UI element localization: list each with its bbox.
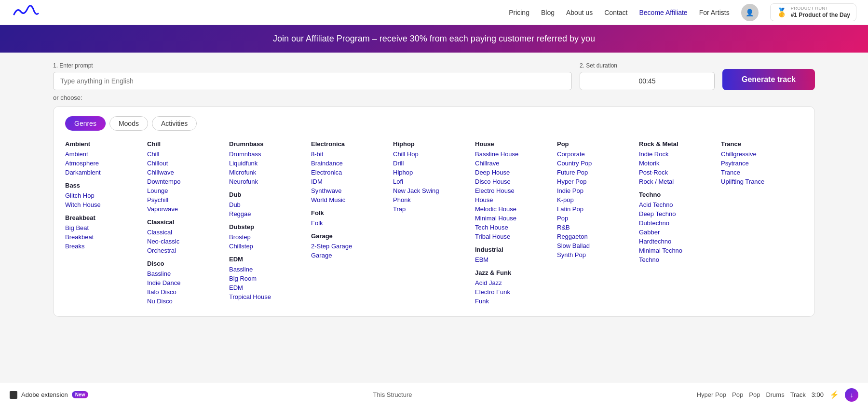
genre-edm-bassline[interactable]: Bassline: [229, 266, 303, 273]
genre-electronica[interactable]: Electronica: [311, 169, 385, 176]
genre-synthwave[interactable]: Synthwave: [311, 187, 385, 194]
genre-chillwave[interactable]: Chillwave: [147, 169, 221, 176]
genre-lofi[interactable]: Lofi: [393, 178, 467, 185]
product-hunt-badge[interactable]: 🥇 PRODUCT HUNT #1 Product of the Day: [770, 3, 856, 21]
genre-hiphop[interactable]: Hiphop: [393, 169, 467, 176]
nav-affiliate[interactable]: Become Affiliate: [639, 9, 687, 16]
genre-tribal-house[interactable]: Tribal House: [475, 233, 549, 240]
genre-liquidfunk[interactable]: Liquidfunk: [229, 160, 303, 167]
genre-glitch-hop[interactable]: Glitch Hop: [65, 192, 139, 199]
genre-chillgressive[interactable]: Chillgressive: [721, 150, 795, 158]
genre-tech-house[interactable]: Tech House: [475, 224, 549, 231]
genre-8bit[interactable]: 8-bit: [311, 150, 385, 158]
genre-rock-metal[interactable]: Rock / Metal: [639, 178, 713, 185]
genre-electro-funk[interactable]: Electro Funk: [475, 288, 549, 296]
genre-breaks[interactable]: Breaks: [65, 243, 139, 250]
genre-neurofunk[interactable]: Neurofunk: [229, 178, 303, 185]
genre-corporate[interactable]: Corporate: [557, 150, 631, 158]
genre-uplifting-trance[interactable]: Uplifting Trance: [721, 178, 795, 185]
nav-for-artists[interactable]: For Artists: [699, 9, 730, 16]
genre-acid-techno[interactable]: Acid Techno: [639, 201, 713, 208]
genre-psychill[interactable]: Psychill: [147, 196, 221, 204]
genre-dubtechno[interactable]: Dubtechno: [639, 219, 713, 227]
genre-electro-house[interactable]: Electro House: [475, 187, 549, 194]
genre-neo-classic[interactable]: Neo-classic: [147, 238, 221, 245]
genre-atmosphere[interactable]: Atmosphere: [65, 160, 139, 167]
avatar[interactable]: 👤: [741, 4, 759, 21]
genre-new-jack-swing[interactable]: New Jack Swing: [393, 187, 467, 194]
genre-orchestral[interactable]: Orchestral: [147, 247, 221, 254]
genre-nu-disco[interactable]: Nu Disco: [147, 298, 221, 305]
genre-2step[interactable]: 2-Step Garage: [311, 243, 385, 250]
genre-bassline[interactable]: Bassline: [147, 270, 221, 277]
genre-dub[interactable]: Dub: [229, 201, 303, 208]
generate-button[interactable]: Generate track: [722, 69, 815, 90]
genre-braindance[interactable]: Braindance: [311, 160, 385, 167]
genre-tropical-house[interactable]: Tropical House: [229, 293, 303, 300]
genre-italo-disco[interactable]: Italo Disco: [147, 288, 221, 296]
genre-hyper-pop[interactable]: Hyper Pop: [557, 178, 631, 185]
tab-activities[interactable]: Activities: [152, 116, 197, 131]
genre-garage[interactable]: Garage: [311, 252, 385, 259]
genre-funk[interactable]: Funk: [475, 298, 549, 305]
genre-slow-ballad[interactable]: Slow Ballad: [557, 242, 631, 249]
genre-bassline-house[interactable]: Bassline House: [475, 150, 549, 158]
genre-disco-house[interactable]: Disco House: [475, 178, 549, 185]
genre-vaporwave[interactable]: Vaporwave: [147, 205, 221, 213]
tab-moods[interactable]: Moods: [109, 116, 148, 131]
genre-minimal-techno[interactable]: Minimal Techno: [639, 247, 713, 254]
genre-indie-dance[interactable]: Indie Dance: [147, 279, 221, 286]
genre-chillrave[interactable]: Chillrave: [475, 160, 549, 167]
genre-ambient[interactable]: Ambient: [65, 150, 139, 158]
genre-deep-house[interactable]: Deep House: [475, 169, 549, 176]
genre-brostep[interactable]: Brostep: [229, 233, 303, 241]
genre-house[interactable]: House: [475, 196, 549, 204]
genre-melodic-house[interactable]: Melodic House: [475, 205, 549, 213]
logo[interactable]: [12, 5, 41, 20]
genre-rnb[interactable]: R&B: [557, 224, 631, 231]
genre-big-beat[interactable]: Big Beat: [65, 224, 139, 231]
genre-breakbeat[interactable]: Breakbeat: [65, 233, 139, 241]
genre-chill-hop[interactable]: Chill Hop: [393, 150, 467, 158]
genre-post-rock[interactable]: Post-Rock: [639, 169, 713, 176]
genre-indie-rock[interactable]: Indie Rock: [639, 150, 713, 158]
prompt-input[interactable]: [53, 72, 572, 90]
genre-pop[interactable]: Pop: [557, 215, 631, 222]
genre-acid-jazz[interactable]: Acid Jazz: [475, 279, 549, 286]
genre-classical[interactable]: Classical: [147, 229, 221, 236]
genre-ebm[interactable]: EBM: [475, 256, 549, 263]
genre-minimal-house[interactable]: Minimal House: [475, 215, 549, 222]
genre-chillstep[interactable]: Chillstep: [229, 243, 303, 250]
genre-drumnbass[interactable]: Drumnbass: [229, 150, 303, 158]
genre-big-room[interactable]: Big Room: [229, 275, 303, 282]
genre-reggaeton[interactable]: Reggaeton: [557, 233, 631, 240]
genre-trance[interactable]: Trance: [721, 169, 795, 176]
genre-gabber[interactable]: Gabber: [639, 229, 713, 236]
genre-edm[interactable]: EDM: [229, 284, 303, 291]
genre-chill[interactable]: Chill: [147, 150, 221, 158]
genre-drill[interactable]: Drill: [393, 160, 467, 167]
nav-blog[interactable]: Blog: [541, 9, 555, 16]
genre-future-pop[interactable]: Future Pop: [557, 169, 631, 176]
genre-downtempo[interactable]: Downtempo: [147, 178, 221, 185]
genre-latin-pop[interactable]: Latin Pop: [557, 205, 631, 213]
genre-synth-pop[interactable]: Synth Pop: [557, 251, 631, 258]
genre-world-music[interactable]: World Music: [311, 196, 385, 204]
nav-contact[interactable]: Contact: [604, 9, 627, 16]
genre-darkambient[interactable]: Darkambient: [65, 169, 139, 176]
genre-trap[interactable]: Trap: [393, 205, 467, 213]
genre-country-pop[interactable]: Country Pop: [557, 160, 631, 167]
genre-psytrance[interactable]: Psytrance: [721, 160, 795, 167]
genre-lounge[interactable]: Lounge: [147, 187, 221, 194]
genre-techno[interactable]: Techno: [639, 256, 713, 263]
genre-indie-pop[interactable]: Indie Pop: [557, 187, 631, 194]
tab-genres[interactable]: Genres: [65, 116, 106, 131]
genre-idm[interactable]: IDM: [311, 178, 385, 185]
genre-chillout[interactable]: Chillout: [147, 160, 221, 167]
genre-microfunk[interactable]: Microfunk: [229, 169, 303, 176]
nav-pricing[interactable]: Pricing: [509, 9, 529, 16]
genre-witch-house[interactable]: Witch House: [65, 201, 139, 208]
nav-about[interactable]: About us: [566, 9, 593, 16]
affiliate-banner[interactable]: Join our Affiliate Program – receive 30%…: [0, 25, 868, 53]
genre-reggae[interactable]: Reggae: [229, 210, 303, 217]
